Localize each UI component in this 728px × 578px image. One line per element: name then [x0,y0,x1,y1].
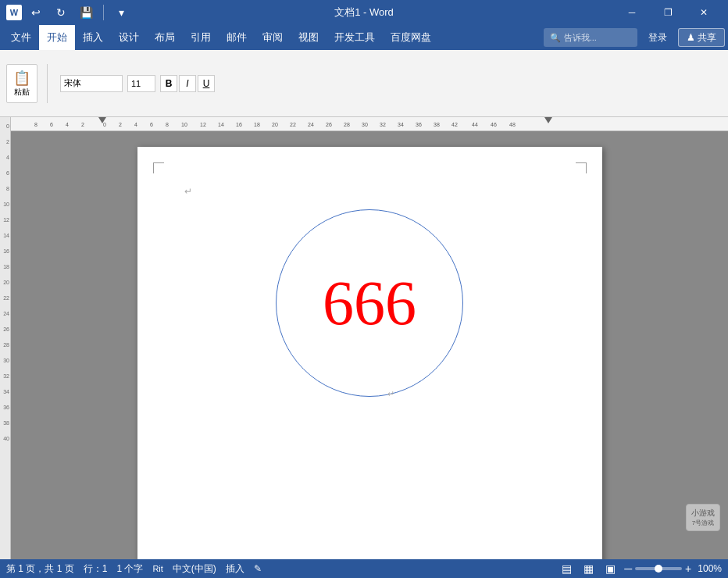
circle-shape[interactable]: 666 [276,209,463,397]
statusbar: 第 1 页，共 1 页 行：1 1 个字 Rit 中文(中国) 插入 ✎ ▤ ▦… [0,559,728,578]
menubar: 文件 开始 插入 设计 布局 引用 邮件 审阅 视图 开发工具 百度网盘 🔍 告… [0,25,728,50]
menu-home[interactable]: 开始 [39,25,75,50]
input-mode[interactable]: 插入 [226,562,244,576]
language[interactable]: 中文(中国) [173,562,216,576]
zoom-out-button[interactable]: ─ [624,562,632,575]
redo-button[interactable]: ↻ [50,2,72,23]
paragraph-mark: ↵ [184,186,192,197]
undo-button[interactable]: ↩ [25,2,47,23]
word-icon: W [6,5,22,20]
app: W ↩ ↻ 💾 ▾ 文档1 - Word ─ ❐ ✕ 文件 开始 插入 设计 布… [0,0,728,578]
doc-page[interactable]: ↵ 666 ↵ [137,147,602,559]
read-view-button[interactable]: ▤ [558,562,574,575]
menu-review[interactable]: 审阅 [255,25,291,50]
doc-scroll: 8 6 4 2 0 2 4 6 8 10 12 14 16 [11,117,728,559]
document-title: 文档1 - Word [334,5,394,20]
char-count: 1 个字 [116,562,143,576]
workspace: 0 2 4 6 8 10 12 14 16 18 20 22 24 26 28 … [0,117,728,559]
web-view-button[interactable]: ▣ [602,562,618,575]
menu-layout[interactable]: 布局 [147,25,183,50]
close-button[interactable]: ✕ [686,0,722,25]
menu-file[interactable]: 文件 [3,25,39,50]
save-button[interactable]: 💾 [75,2,97,23]
menu-mail[interactable]: 邮件 [219,25,255,50]
vertical-ruler: 0 2 4 6 8 10 12 14 16 18 20 22 24 26 28 … [0,117,11,559]
paragraph-mark-2: ↵ [387,389,394,399]
horizontal-ruler: 8 6 4 2 0 2 4 6 8 10 12 14 16 [11,117,728,131]
corner-mark-tl [153,162,164,173]
menu-references[interactable]: 引用 [183,25,219,50]
statusbar-right: ▤ ▦ ▣ ─ + 100% [558,562,722,575]
menu-dev[interactable]: 开发工具 [327,25,383,50]
print-view-button[interactable]: ▦ [580,562,596,575]
corner-mark-tr [576,162,587,173]
menu-insert[interactable]: 插入 [75,25,111,50]
menu-design[interactable]: 设计 [111,25,147,50]
zoom-in-button[interactable]: + [685,562,691,575]
word-count[interactable]: 行：1 [84,562,108,576]
zoom-controls: ─ + 100% [624,562,722,575]
paste-button[interactable]: 📋 粘贴 [6,64,37,103]
restore-button[interactable]: ❐ [650,0,686,25]
separator [103,5,104,20]
menubar-right: 🔍 告诉我... 登录 ♟ 共享 [544,28,725,47]
track-icon: ✎ [254,563,262,574]
titlebar-left: W ↩ ↻ 💾 ▾ [6,2,132,23]
qa-dropdown-button[interactable]: ▾ [110,2,132,23]
font-name-field[interactable]: 宋体 [60,75,123,92]
titlebar: W ↩ ↻ 💾 ▾ 文档1 - Word ─ ❐ ✕ [0,0,728,25]
menu-view[interactable]: 视图 [291,25,327,50]
page-count[interactable]: 第 1 页，共 1 页 [6,562,74,576]
share-button[interactable]: ♟ 共享 [678,28,725,47]
ribbon: 📋 粘贴 宋体 11 B I U [0,50,728,117]
circle-text: 666 [323,268,416,339]
search-box[interactable]: 🔍 告诉我... [544,28,637,47]
doc-page-area: ↵ 666 ↵ 小游戏 7号游戏 [11,131,728,559]
titlebar-right: ─ ❐ ✕ [614,0,722,25]
bold-button[interactable]: B [160,75,177,92]
font-size-field[interactable]: 11 [127,75,155,92]
minimize-button[interactable]: ─ [614,0,650,25]
login-button[interactable]: 登录 [641,28,675,47]
menu-baidu[interactable]: 百度网盘 [383,25,439,50]
track-changes: Rit [152,564,162,573]
zoom-level: 100% [698,563,722,574]
underline-button[interactable]: U [198,75,215,92]
circle-border: 666 [276,209,463,397]
italic-button[interactable]: I [179,75,196,92]
watermark: 小游戏 7号游戏 [686,504,720,531]
zoom-slider-track[interactable] [635,567,682,570]
